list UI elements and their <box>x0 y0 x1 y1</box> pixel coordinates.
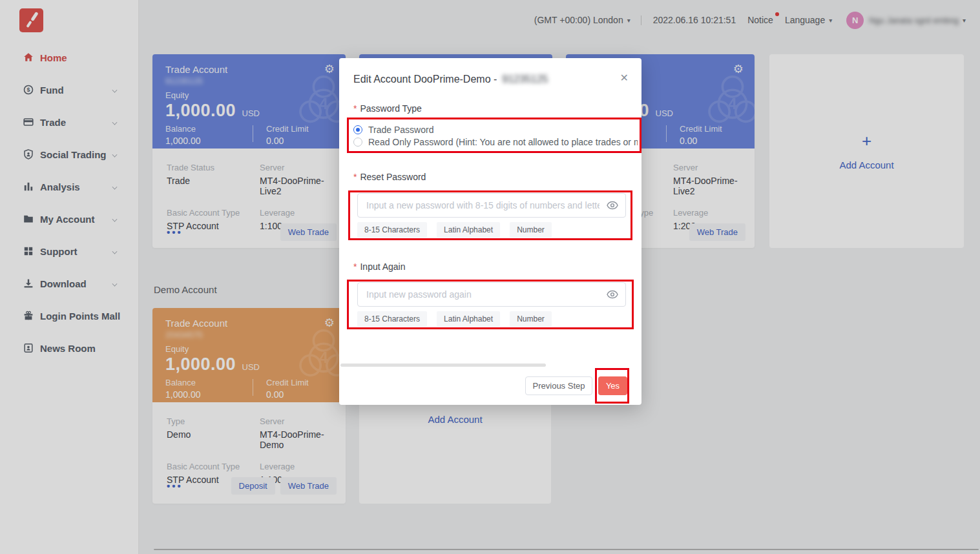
modal-horizontal-scrollbar[interactable] <box>340 364 546 367</box>
radio-button-checked[interactable] <box>353 125 362 134</box>
chip-characters: 8-15 Characters <box>357 222 427 238</box>
required-asterisk: * <box>353 103 357 114</box>
required-asterisk: * <box>353 262 357 272</box>
chip-latin-alphabet: Latin Alphabet <box>437 311 500 327</box>
chip-number: Number <box>510 311 552 327</box>
eye-icon[interactable] <box>606 288 619 301</box>
yes-button[interactable]: Yes <box>598 376 627 395</box>
modal-account-redacted: 91235125 <box>502 74 548 85</box>
password-rule-chips: 8-15 Characters Latin Alphabet Number <box>357 311 552 327</box>
password-type-radio-group: Trade Password Read Only Password (Hint:… <box>353 123 638 148</box>
radio-label: Read Only Password (Hint: You are not al… <box>368 137 638 147</box>
app-root: Home $ Fund Trade Social Trading Analysi… <box>0 0 980 554</box>
edit-account-modal: Edit Account DooPrime-Demo - 91235125 ✕ … <box>339 58 641 405</box>
radio-label: Trade Password <box>368 125 433 135</box>
radio-button[interactable] <box>353 138 362 147</box>
chip-characters: 8-15 Characters <box>357 311 427 327</box>
reset-password-label: *Reset Password <box>353 172 426 182</box>
previous-step-button[interactable]: Previous Step <box>525 376 592 395</box>
input-again-field <box>357 282 626 307</box>
modal-title-text: Edit Account DooPrime-Demo - <box>353 74 497 85</box>
password-type-label: *Password Type <box>353 103 422 114</box>
eye-icon[interactable] <box>606 199 619 212</box>
radio-option-read-only-password[interactable]: Read Only Password (Hint: You are not al… <box>353 136 638 148</box>
modal-title: Edit Account DooPrime-Demo - 91235125 <box>353 74 548 85</box>
input-again-label: *Input Again <box>353 262 406 272</box>
required-asterisk: * <box>353 172 357 182</box>
password-rule-chips: 8-15 Characters Latin Alphabet Number <box>357 222 552 238</box>
reset-password-field <box>357 193 626 218</box>
close-icon[interactable]: ✕ <box>620 72 629 84</box>
radio-option-trade-password[interactable]: Trade Password <box>353 123 638 136</box>
reset-password-input[interactable] <box>357 193 626 218</box>
input-again-input[interactable] <box>357 282 626 307</box>
chip-latin-alphabet: Latin Alphabet <box>437 222 500 238</box>
chip-number: Number <box>510 222 552 238</box>
